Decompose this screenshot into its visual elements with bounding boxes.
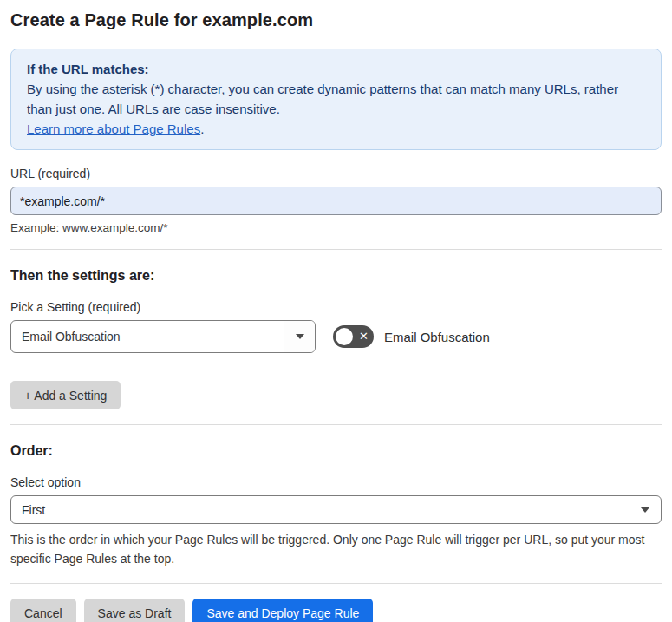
divider: [10, 583, 662, 584]
save-as-draft-button[interactable]: Save as Draft: [84, 599, 186, 622]
triangle-down-icon: [296, 334, 304, 339]
learn-more-link[interactable]: Learn more about Page Rules: [27, 121, 200, 136]
order-select-value: First: [11, 503, 630, 517]
setting-select[interactable]: Email Obfuscation: [10, 320, 316, 353]
toggle-off-x-icon: ✕: [359, 331, 369, 342]
info-box-body: By using the asterisk (*) character, you…: [27, 79, 645, 119]
order-help-text: This is the order in which your Page Rul…: [10, 530, 659, 568]
info-box-link-line: Learn more about Page Rules.: [27, 119, 645, 139]
dropdown-arrow-button[interactable]: [284, 321, 315, 352]
info-box-heading: If the URL matches:: [27, 59, 645, 79]
page-rule-form: Create a Page Rule for example.com If th…: [0, 10, 672, 622]
footer-actions: Cancel Save as Draft Save and Deploy Pag…: [10, 599, 662, 622]
save-and-deploy-button[interactable]: Save and Deploy Page Rule: [192, 599, 373, 622]
url-example-text: Example: www.example.com/*: [10, 221, 662, 234]
url-match-info-box: If the URL matches: By using the asteris…: [10, 49, 662, 150]
chevron-down-icon: [630, 507, 661, 513]
page-title: Create a Page Rule for example.com: [10, 10, 662, 30]
link-period: .: [200, 121, 204, 136]
toggle-knob: [336, 328, 353, 345]
setting-select-value: Email Obfuscation: [11, 321, 284, 352]
order-section-heading: Order:: [10, 443, 662, 459]
toggle-label: Email Obfuscation: [384, 330, 490, 344]
add-setting-button[interactable]: + Add a Setting: [10, 381, 121, 409]
divider: [10, 249, 662, 250]
order-select[interactable]: First: [10, 495, 662, 524]
settings-section-heading: Then the settings are:: [10, 268, 662, 284]
order-select-label: Select option: [10, 475, 662, 489]
url-input[interactable]: [10, 187, 662, 215]
pick-setting-label: Pick a Setting (required): [10, 300, 662, 314]
cancel-button[interactable]: Cancel: [10, 599, 76, 622]
setting-picker-row: Email Obfuscation ✕ Email Obfuscation: [10, 320, 662, 353]
divider: [10, 424, 662, 425]
email-obfuscation-toggle[interactable]: ✕: [333, 325, 374, 348]
url-label: URL (required): [10, 167, 662, 180]
